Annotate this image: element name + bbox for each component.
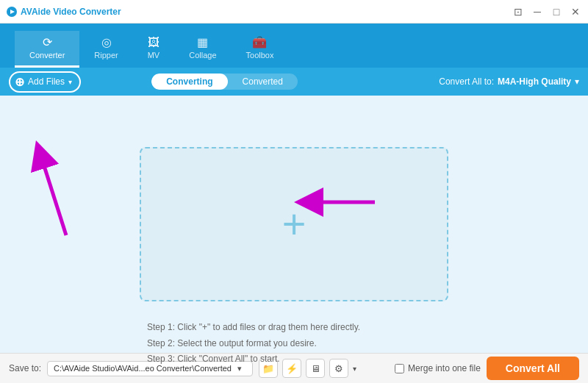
sub-header: ⊕ Add Files ▾ Converting Converted Conve… [0,68,588,96]
converting-tabs: Converting Converted [151,74,298,90]
caption-btn[interactable]: ⊡ [512,5,525,18]
nav-tab-ripper-label: Ripper [94,51,118,60]
convert-all-to-label: Convert All to: [439,76,494,87]
app-logo-icon [6,6,18,18]
nav-tab-mv-label: MV [148,51,160,60]
convert-all-to: Convert All to: M4A-High Quality ▾ [439,76,579,87]
ripper-icon: ◎ [101,35,112,49]
converted-tab[interactable]: Converted [228,74,298,90]
toolbox-icon: 🧰 [252,35,267,49]
app-logo: AVAide Video Converter [6,6,121,18]
instruction-step2: Step 2: Select the output format you des… [147,336,441,352]
drop-zone[interactable]: + [140,147,448,301]
nav-tab-converter[interactable]: ⟳ Converter [15,31,79,68]
converter-icon: ⟳ [43,35,52,49]
svg-line-4 [40,154,66,235]
nav-tab-ripper[interactable]: ◎ Ripper [79,31,132,68]
add-files-dropdown-icon: ▾ [68,78,72,86]
instruction-step3: Step 3: Click "Convert All" to start. [147,351,441,368]
add-files-button[interactable]: ⊕ Add Files ▾ [9,71,81,93]
app-title: AVAide Video Converter [21,7,121,17]
drop-plus-icon: + [282,204,306,245]
close-btn[interactable]: ✕ [569,5,582,18]
add-files-label: Add Files [28,76,65,87]
nav-bar: ⟳ Converter ◎ Ripper 🖼 MV ▦ Collage 🧰 To… [0,24,588,68]
main-content: + Step 1: Click "+" to add files or drag… [0,96,588,353]
minimize-btn[interactable]: ─ [531,5,544,18]
instruction-step1: Step 1: Click "+" to add files or drag t… [147,320,441,336]
window-controls: ⊡ ─ □ ✕ [512,5,582,18]
nav-tab-converter-label: Converter [29,51,65,60]
save-to-label: Save to: [9,363,41,373]
converting-tab[interactable]: Converting [151,74,227,90]
convert-all-to-value: M4A-High Quality [498,76,571,87]
add-files-plus-icon: ⊕ [15,75,24,89]
nav-tab-collage-label: Collage [189,51,216,60]
maximize-btn[interactable]: □ [550,5,563,18]
collage-icon: ▦ [197,35,208,49]
instructions: Step 1: Click "+" to add files or drag t… [140,320,448,368]
nav-tab-mv[interactable]: 🖼 MV [133,32,175,68]
convert-all-to-dropdown-icon[interactable]: ▾ [575,76,579,87]
nav-tab-collage[interactable]: ▦ Collage [174,31,231,68]
title-bar: AVAide Video Converter ⊡ ─ □ ✕ [0,0,588,24]
convert-all-button[interactable]: Convert All [487,357,579,380]
mv-icon: 🖼 [148,36,159,49]
nav-tab-toolbox-label: Toolbox [246,51,274,60]
nav-tab-toolbox[interactable]: 🧰 Toolbox [232,31,289,68]
